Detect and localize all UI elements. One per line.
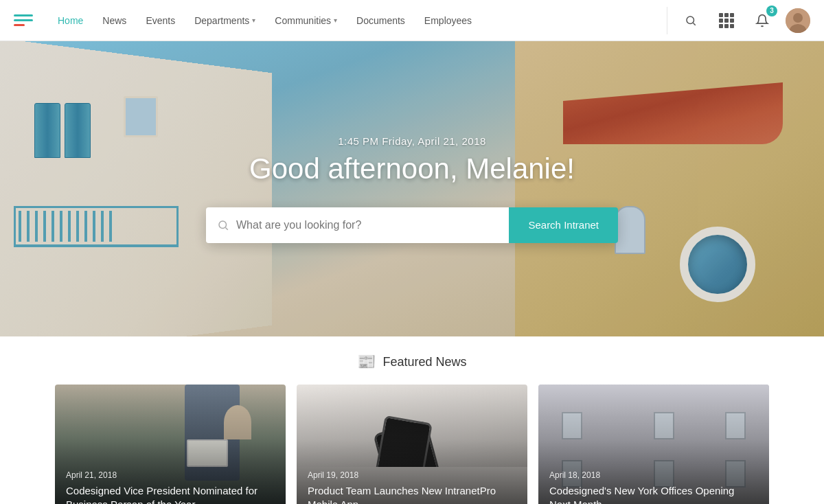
nav-employees[interactable]: Employees [416,10,480,32]
featured-news-header: 📰 Featured News [55,353,769,371]
avatar-image [786,8,810,33]
main-content: 📰 Featured News April 21, 2018 Codesigne… [0,336,824,504]
hero-greeting: Good afternoon, Melanie! [206,152,618,185]
search-intranet-button[interactable]: Search Intranet [509,207,618,243]
logo-line-3 [14,24,25,26]
nav-departments[interactable]: Departments ▾ [186,10,264,32]
card-title-2: Product Team Launches New IntranetPro Mo… [308,484,516,504]
card-content-1: April 21, 2018 Codesigned Vice President… [55,459,286,504]
bell-icon [755,14,769,27]
nav-documents[interactable]: Documents [348,10,413,32]
hero-search-bar: Search Intranet [206,207,618,243]
hero-datetime: 1:45 PM Friday, April 21, 2018 [206,135,618,147]
nav-home[interactable]: Home [49,10,91,32]
hero-section: 1:45 PM Friday, April 21, 2018 Good afte… [0,41,824,336]
hero-content: 1:45 PM Friday, April 21, 2018 Good afte… [206,135,618,243]
notifications-wrapper: 3 [750,8,775,33]
nav-right: 3 [667,7,810,34]
nav-news[interactable]: News [94,10,135,32]
user-avatar[interactable] [786,8,810,33]
search-input[interactable] [236,219,498,231]
svg-point-3 [793,13,803,23]
news-card-2[interactable]: April 19, 2018 Product Team Launches New… [297,385,527,504]
nav-separator [667,7,667,34]
search-icon-hero [217,219,229,231]
card-title-1: Codesigned Vice President Nominated for … [66,484,275,504]
search-input-wrapper [206,207,509,243]
news-card-3[interactable]: April 18, 2018 Codesigned's New York Off… [538,385,769,504]
grid-icon [719,13,734,28]
svg-line-1 [693,23,695,25]
card-content-3: April 18, 2018 Codesigned's New York Off… [538,459,769,504]
svg-line-6 [225,227,227,229]
svg-point-0 [687,16,694,24]
news-grid: April 21, 2018 Codesigned Vice President… [55,385,769,504]
logo-line-2 [14,19,33,21]
card-date-3: April 18, 2018 [549,470,758,480]
nav-communities[interactable]: Communities ▾ [266,10,345,32]
card-title-3: Codesigned's New York Offices Opening Ne… [549,484,758,504]
featured-icon: 📰 [357,353,376,371]
main-nav: Home News Events Departments ▾ Communiti… [0,0,824,41]
search-button[interactable] [678,8,703,33]
apps-button[interactable] [714,8,739,33]
nav-links: Home News Events Departments ▾ Communiti… [49,10,667,32]
logo [14,14,33,26]
svg-point-5 [219,221,227,229]
card-date-2: April 19, 2018 [308,470,516,480]
logo-line-1 [14,14,33,16]
card-content-2: April 19, 2018 Product Team Launches New… [297,459,527,504]
featured-title: Featured News [382,355,466,369]
communities-caret: ▾ [334,16,337,24]
notification-badge: 3 [766,5,777,16]
news-card-1[interactable]: April 21, 2018 Codesigned Vice President… [55,385,286,504]
card-date-1: April 21, 2018 [66,470,275,480]
departments-caret: ▾ [252,16,255,24]
search-icon [685,14,697,27]
nav-events[interactable]: Events [137,10,183,32]
